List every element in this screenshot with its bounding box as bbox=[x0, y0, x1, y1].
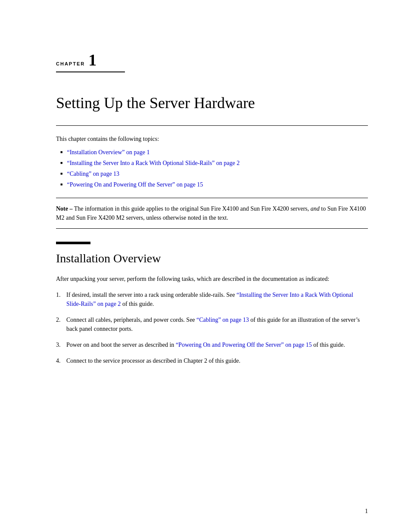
toc-item-1: “Installation Overview” on page 1 bbox=[60, 148, 368, 157]
step-2-text: Connect all cables, peripherals, and pow… bbox=[66, 315, 368, 333]
toc-item-3: “Cabling” on page 13 bbox=[60, 169, 368, 178]
step-4-text: Connect to the service processor as desc… bbox=[66, 356, 368, 365]
step-1-after: of this guide. bbox=[121, 301, 154, 307]
note-bold: Note – bbox=[56, 205, 73, 212]
steps-list: 1. If desired, install the server into a… bbox=[56, 290, 368, 365]
step-3-link[interactable]: “Powering On and Powering Off the Server… bbox=[176, 342, 312, 348]
step-1: 1. If desired, install the server into a… bbox=[56, 290, 368, 308]
page-number: 1 bbox=[365, 508, 368, 515]
content-area: CHAPTER 1 Setting Up the Server Hardware… bbox=[0, 0, 411, 398]
toc-item-2: “Installing the Server Into a Rack With … bbox=[60, 159, 368, 168]
step-4: 4. Connect to the service processor as d… bbox=[56, 356, 368, 365]
step-3-after: of this guide. bbox=[312, 342, 345, 348]
toc-link-2[interactable]: “Installing the Server Into a Rack With … bbox=[67, 159, 240, 168]
page-title: Setting Up the Server Hardware bbox=[56, 94, 368, 112]
top-divider bbox=[56, 125, 368, 126]
step-3-text: Power on and boot the server as describe… bbox=[66, 340, 368, 349]
section-body-text: After unpacking your server, perform the… bbox=[56, 274, 368, 283]
note-text: Note – The information in this guide app… bbox=[56, 204, 368, 222]
step-2-link[interactable]: “Cabling” on page 13 bbox=[196, 317, 249, 323]
chapter-underline bbox=[56, 72, 125, 72]
step-3-before: Power on and boot the server as describe… bbox=[66, 342, 176, 348]
section-bar bbox=[56, 242, 90, 244]
step-2: 2. Connect all cables, peripherals, and … bbox=[56, 315, 368, 333]
step-3-num: 3. bbox=[56, 340, 66, 349]
note-box: Note – The information in this guide app… bbox=[56, 198, 368, 229]
toc-link-4[interactable]: “Powering On and Powering Off the Server… bbox=[67, 180, 203, 189]
chapter-label: CHAPTER bbox=[56, 61, 85, 66]
note-italic: and bbox=[311, 205, 320, 212]
step-2-before: Connect all cables, peripherals, and pow… bbox=[66, 317, 196, 323]
step-2-num: 2. bbox=[56, 315, 66, 324]
page: CHAPTER 1 Setting Up the Server Hardware… bbox=[0, 0, 411, 532]
step-3: 3. Power on and boot the server as descr… bbox=[56, 340, 368, 349]
note-body: The information in this guide applies to… bbox=[73, 205, 311, 212]
step-1-text: If desired, install the server into a ra… bbox=[66, 290, 368, 308]
chapter-header: CHAPTER 1 bbox=[56, 52, 368, 68]
section-title: Installation Overview bbox=[56, 251, 368, 266]
intro-text: This chapter contains the following topi… bbox=[56, 134, 368, 143]
step-1-num: 1. bbox=[56, 290, 66, 299]
toc-link-1[interactable]: “Installation Overview” on page 1 bbox=[67, 148, 149, 157]
chapter-number: 1 bbox=[88, 52, 97, 68]
step-1-before: If desired, install the server into a ra… bbox=[66, 292, 237, 298]
toc-item-4: “Powering On and Powering Off the Server… bbox=[60, 180, 368, 189]
toc-link-3[interactable]: “Cabling” on page 13 bbox=[67, 169, 119, 178]
toc-list: “Installation Overview” on page 1 “Insta… bbox=[60, 148, 368, 189]
step-4-before: Connect to the service processor as desc… bbox=[66, 358, 240, 364]
step-4-num: 4. bbox=[56, 356, 66, 365]
